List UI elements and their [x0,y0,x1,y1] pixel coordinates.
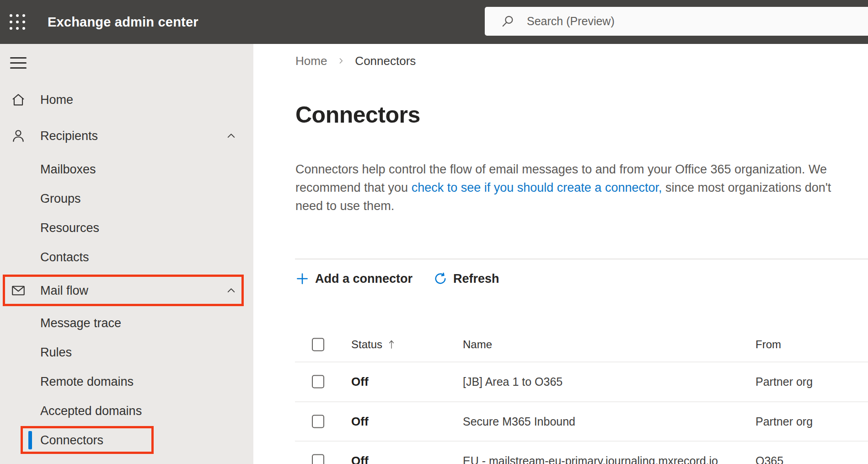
app-title: Exchange admin center [48,0,198,44]
table-row[interactable]: Off Secure M365 Inbound Partner org [253,402,868,441]
main-content: Home Connectors Connectors Connectors he… [253,44,868,464]
sort-ascending-icon [388,338,395,351]
row-status: Off [351,375,369,389]
column-header-from[interactable]: From [755,338,781,351]
sidebar-item-label: Remote domains [40,375,134,389]
sidebar-item-label: Mailboxes [40,162,96,177]
row-status: Off [351,414,369,428]
sidebar-item-connectors[interactable]: Connectors [0,426,253,454]
row-name[interactable]: Secure M365 Inbound [463,415,575,428]
sidebar-item-label: Resources [40,221,99,235]
search-box[interactable] [485,7,868,36]
breadcrumb-home-link[interactable]: Home [295,54,327,68]
sidebar-item-contacts[interactable]: Contacts [0,243,253,271]
sidebar-item-message-trace[interactable]: Message trace [0,309,253,337]
add-connector-button[interactable]: Add a connector [295,272,413,286]
breadcrumb-current: Connectors [355,54,416,68]
sidebar-item-recipients[interactable]: Recipients [0,122,253,150]
person-icon [11,128,26,144]
refresh-label: Refresh [453,272,499,286]
sidebar-item-label: Recipients [40,129,98,143]
row-checkbox[interactable] [312,415,324,428]
sidebar-item-label: Groups [40,192,81,206]
plus-icon [295,272,309,286]
sidebar-item-label: Home [40,93,73,107]
breadcrumb: Home Connectors [295,53,416,69]
sidebar-item-rules[interactable]: Rules [0,339,253,366]
chevron-up-icon[interactable] [226,286,236,296]
select-all-checkbox[interactable] [312,338,324,351]
mail-icon [11,283,26,298]
sidebar-item-resources[interactable]: Resources [0,214,253,242]
search-input[interactable] [527,15,820,28]
menu-toggle-button[interactable] [10,57,27,69]
table-row[interactable]: Off EU - mailstream-eu-primary.journalin… [253,441,868,464]
sidebar-item-accepted-domains[interactable]: Accepted domains [0,397,253,425]
sidebar-item-home[interactable]: Home [0,86,253,113]
home-icon [11,92,26,108]
topbar: Exchange admin center [0,0,868,44]
sidebar-item-label: Rules [40,345,72,360]
chevron-up-icon[interactable] [226,131,236,141]
row-from: Partner org [755,415,813,428]
selected-indicator [28,431,32,449]
page-title: Connectors [295,102,420,128]
sidebar-item-label: Message trace [40,316,121,330]
chevron-right-icon [337,55,345,66]
app-launcher-icon[interactable] [10,14,26,31]
sidebar-item-label: Accepted domains [40,404,142,418]
table-row[interactable]: Off [JB] Area 1 to O365 Partner org [253,362,868,401]
add-connector-label: Add a connector [315,272,413,286]
toolbar-top-divider [295,259,868,259]
column-header-status[interactable]: Status [351,338,395,351]
sidebar-item-remote-domains[interactable]: Remote domains [0,368,253,395]
row-checkbox[interactable] [312,454,324,464]
sidebar-item-mail-flow[interactable]: Mail flow [0,277,253,304]
row-checkbox[interactable] [312,375,324,388]
row-from: Partner org [755,375,813,388]
search-icon [501,15,515,28]
sidebar-item-mailboxes[interactable]: Mailboxes [0,156,253,183]
sidebar: Home Recipients Mailboxes Groups Resourc… [0,44,253,464]
refresh-icon [434,272,447,286]
table-header: Status Name From [253,327,868,361]
sidebar-item-label: Connectors [40,433,103,448]
exchange-admin-center-window: Exchange admin center Home [0,0,868,464]
row-name[interactable]: [JB] Area 1 to O365 [463,375,563,388]
refresh-button[interactable]: Refresh [434,272,499,286]
sidebar-item-label: Mail flow [40,284,88,298]
sidebar-item-label: Contacts [40,250,89,264]
page-description: Connectors help control the flow of emai… [295,160,868,215]
command-bar: Add a connector Refresh [295,267,499,291]
row-name[interactable]: EU - mailstream-eu-primary.journaling.mx… [463,454,718,464]
row-from: O365 [755,454,783,464]
column-header-name[interactable]: Name [463,338,492,351]
row-status: Off [351,454,369,464]
create-connector-check-link[interactable]: check to see if you should create a conn… [412,181,662,194]
sidebar-item-groups[interactable]: Groups [0,185,253,212]
